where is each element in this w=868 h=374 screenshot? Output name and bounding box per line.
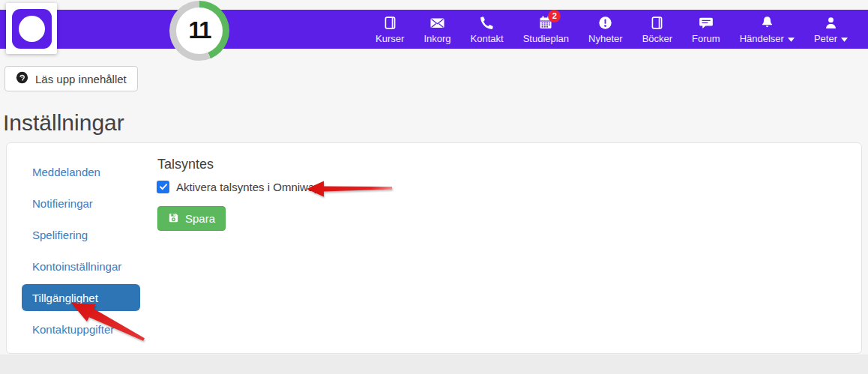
progress-ring: 11: [169, 1, 229, 61]
save-button-label: Spara: [185, 212, 215, 225]
page-background: [0, 355, 868, 374]
nav-item-nyheter[interactable]: Nyheter: [579, 10, 633, 49]
progress-value: 11: [176, 7, 223, 54]
sidebar-item-label: Kontaktuppgifter: [32, 323, 114, 336]
sidebar-item-notifieringar[interactable]: Notifieringar: [16, 187, 143, 219]
studieplan-notification-badge: 2: [548, 10, 561, 22]
exclamation-circle-icon: [598, 15, 612, 30]
sidebar-item-kontoinstallningar[interactable]: Kontoinställningar: [16, 250, 143, 282]
nav-item-studieplan[interactable]: 2 Studieplan: [513, 10, 579, 49]
logo-mark-icon: [12, 9, 52, 49]
sidebar-item-meddelanden[interactable]: Meddelanden: [16, 156, 143, 187]
chevron-down-icon: [788, 34, 795, 43]
nav-item-kurser[interactable]: Kurser: [366, 10, 414, 49]
nav-item-label: Inkorg: [424, 34, 450, 43]
app-logo[interactable]: [6, 3, 57, 54]
chat-icon: [699, 15, 714, 30]
read-aloud-label: Läs upp innehållet: [35, 73, 127, 85]
talsyntes-checkbox-label: Aktivera talsyntes i Omniway: [176, 181, 320, 193]
page-root: { "colors": { "navbar_purple": "#5b1fe8"…: [0, 0, 868, 374]
nav-item-bocker[interactable]: Böcker: [633, 10, 682, 49]
nav-item-label: Nyheter: [588, 34, 623, 43]
nav-item-label: Studieplan: [523, 34, 569, 43]
save-floppy-icon: [168, 212, 179, 226]
nav-item-label: Händelser: [740, 34, 784, 43]
nav-item-label: Kurser: [376, 34, 404, 43]
sidebar-item-spelifiering[interactable]: Spelifiering: [16, 219, 143, 250]
ear-listen-icon: [16, 71, 28, 86]
user-icon: [824, 15, 838, 30]
nav-item-label: Forum: [692, 34, 720, 43]
nav-item-label: Böcker: [642, 34, 672, 43]
sidebar-item-kontaktuppgifter[interactable]: Kontaktuppgifter: [16, 313, 143, 345]
book-icon: [650, 15, 664, 30]
talsyntes-checkbox-row[interactable]: Aktivera talsyntes i Omniway: [157, 181, 320, 193]
chevron-down-icon: [841, 34, 848, 43]
calendar-icon: 2: [538, 15, 553, 30]
phone-icon: [480, 15, 494, 30]
book-icon: [383, 15, 397, 30]
envelope-icon: [430, 15, 445, 30]
talsyntes-checkbox[interactable]: [157, 181, 169, 193]
settings-sidebar: Meddelanden Notifieringar Spelifiering K…: [16, 156, 143, 345]
nav-item-label: Peter: [814, 34, 837, 43]
sidebar-item-label: Tillgänglighet: [32, 292, 98, 304]
nav-menu: Kurser Inkorg Kontakt 2 Studieplan: [366, 10, 858, 49]
bell-icon: [760, 15, 774, 30]
nav-item-user-peter[interactable]: Peter: [804, 10, 858, 49]
read-aloud-button[interactable]: Läs upp innehållet: [4, 66, 138, 91]
nav-item-forum[interactable]: Forum: [682, 10, 730, 49]
sidebar-item-label: Kontoinställningar: [32, 260, 121, 273]
sidebar-item-tillganglighet[interactable]: Tillgänglighet: [22, 284, 140, 311]
sidebar-item-label: Meddelanden: [32, 166, 100, 178]
nav-item-label: Kontakt: [471, 34, 504, 43]
page-title: Inställningar: [3, 110, 124, 136]
nav-item-inkorg[interactable]: Inkorg: [414, 10, 460, 49]
sidebar-item-label: Spelifiering: [32, 229, 88, 241]
save-button[interactable]: Spara: [157, 206, 226, 231]
section-heading: Talsyntes: [157, 157, 214, 172]
nav-item-handelser[interactable]: Händelser: [730, 10, 804, 49]
settings-card: Meddelanden Notifieringar Spelifiering K…: [6, 142, 862, 354]
top-navbar: Kurser Inkorg Kontakt 2 Studieplan: [0, 10, 868, 49]
checkmark-icon: [159, 181, 168, 194]
sidebar-item-label: Notifieringar: [32, 197, 93, 210]
nav-item-kontakt[interactable]: Kontakt: [461, 10, 513, 49]
